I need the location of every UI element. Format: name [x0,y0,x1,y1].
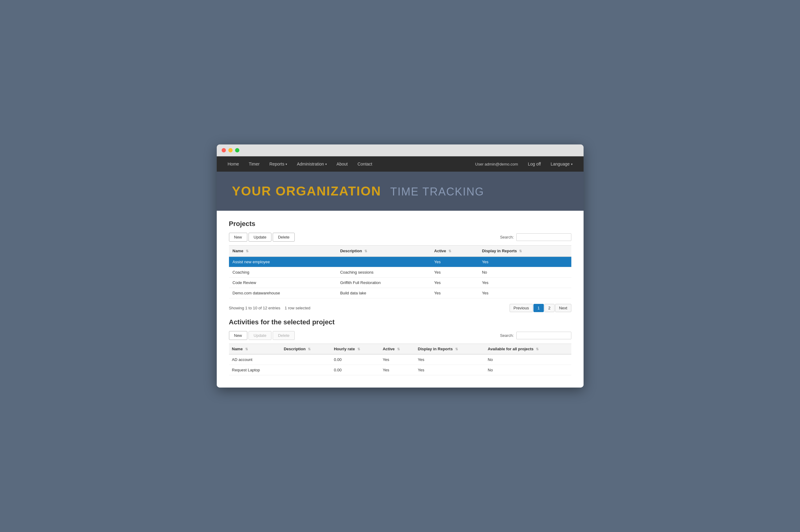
projects-pagination-row: Showing 1 to 10 of 12 entries 1 row sele… [229,301,571,318]
activities-table-body: AD account 0.00 Yes Yes No Request Lapto… [229,354,571,375]
projects-col-name: Name ⇅ [229,246,337,257]
projects-delete-button[interactable]: Delete [273,233,295,242]
activities-new-button[interactable]: New [229,331,247,340]
act-desc-sort-icon[interactable]: ⇅ [308,347,311,351]
name-sort-icon[interactable]: ⇅ [246,249,249,253]
nav-timer[interactable]: Timer [244,156,265,172]
activities-toolbar: New Update Delete Search: [229,331,571,340]
activities-update-button[interactable]: Update [249,331,272,340]
projects-new-button[interactable]: New [229,233,247,242]
table-row[interactable]: Demo.com datawarehouse Build data lake Y… [229,288,571,298]
projects-col-active: Active ⇅ [431,246,478,257]
activities-buttons: New Update Delete [229,331,295,340]
activities-col-hourly-rate: Hourly rate ⇅ [331,344,380,355]
act-rate-sort-icon[interactable]: ⇅ [357,347,360,351]
main-window: Home Timer Reports ▾ Administration ▾ Ab… [217,145,584,387]
table-row[interactable]: Code Review Griffith Full Restoration Ye… [229,278,571,288]
projects-title: Projects [229,220,571,228]
display-sort-icon[interactable]: ⇅ [519,249,522,253]
nav-home[interactable]: Home [223,156,244,172]
activities-header-row: Name ⇅ Description ⇅ Hourly rate ⇅ Act [229,344,571,355]
projects-update-button[interactable]: Update [249,233,272,242]
activities-table-head: Name ⇅ Description ⇅ Hourly rate ⇅ Act [229,344,571,355]
user-label: User admin@demo.com [470,162,523,167]
activities-col-display: Display in Reports ⇅ [415,344,485,355]
act-name-sort-icon[interactable]: ⇅ [245,347,248,351]
nav-reports[interactable]: Reports ▾ [265,156,292,172]
projects-table: Name ⇅ Description ⇅ Active ⇅ Display in… [229,245,571,298]
nav-administration[interactable]: Administration ▾ [292,156,332,172]
hero-banner: YOUR ORGANIZATION TIME TRACKING [217,172,584,211]
table-row[interactable]: Assist new employee Yes Yes [229,256,571,267]
projects-search-input[interactable] [516,233,571,241]
projects-search-label: Search: [500,235,514,240]
projects-header-row: Name ⇅ Description ⇅ Active ⇅ Display in… [229,246,571,257]
maximize-button[interactable] [235,148,239,152]
act-display-sort-icon[interactable]: ⇅ [455,347,458,351]
projects-buttons: New Update Delete [229,233,295,242]
projects-col-display: Display in Reports ⇅ [478,246,571,257]
projects-search: Search: [500,233,571,241]
projects-pagination: Previous 1 2 Next [510,304,571,312]
activities-col-name: Name ⇅ [229,344,281,355]
nav-about[interactable]: About [332,156,353,172]
activities-col-active: Active ⇅ [380,344,415,355]
table-row[interactable]: Coaching Coaching sessions Yes No [229,267,571,278]
activities-table: Name ⇅ Description ⇅ Hourly rate ⇅ Act [229,344,571,375]
language-caret: ▾ [571,163,572,166]
hero-title: YOUR ORGANIZATION TIME TRACKING [232,184,484,198]
description-sort-icon[interactable]: ⇅ [364,249,367,253]
nav-left: Home Timer Reports ▾ Administration ▾ Ab… [223,156,471,172]
nav-language[interactable]: Language ▾ [546,156,577,172]
projects-table-body: Assist new employee Yes Yes Coaching Coa… [229,256,571,298]
activities-col-available: Available for all projects ⇅ [485,344,571,355]
activities-col-description: Description ⇅ [280,344,331,355]
nav-contact[interactable]: Contact [352,156,377,172]
act-active-sort-icon[interactable]: ⇅ [397,347,400,351]
projects-toolbar: New Update Delete Search: [229,233,571,242]
reports-caret: ▾ [286,163,287,166]
act-avail-sort-icon[interactable]: ⇅ [536,347,539,351]
projects-next-button[interactable]: Next [555,304,571,312]
activities-search: Search: [500,332,571,339]
activities-search-input[interactable] [516,332,571,339]
projects-page-1[interactable]: 1 [533,304,544,312]
navbar: Home Timer Reports ▾ Administration ▾ Ab… [217,156,584,172]
minimize-button[interactable] [228,148,233,152]
close-button[interactable] [222,148,226,152]
activities-table-wrapper: Name ⇅ Description ⇅ Hourly rate ⇅ Act [229,344,571,375]
projects-table-head: Name ⇅ Description ⇅ Active ⇅ Display in… [229,246,571,257]
table-row[interactable]: AD account 0.00 Yes Yes No [229,354,571,365]
projects-pagination-info: Showing 1 to 10 of 12 entries 1 row sele… [229,306,311,310]
active-sort-icon[interactable]: ⇅ [449,249,451,253]
administration-caret: ▾ [325,163,327,166]
nav-logoff[interactable]: Log off [523,156,546,172]
activities-search-label: Search: [500,333,514,338]
titlebar [217,145,584,156]
projects-prev-button[interactable]: Previous [510,304,533,312]
table-row[interactable]: Request Laptop 0.00 Yes Yes No [229,365,571,375]
projects-col-description: Description ⇅ [337,246,431,257]
main-content: Projects New Update Delete Search: Name … [217,211,584,387]
activities-title: Activities for the selected project [229,318,571,326]
activities-delete-button[interactable]: Delete [273,331,295,340]
nav-right: User admin@demo.com Log off Language ▾ [470,156,577,172]
projects-page-2[interactable]: 2 [544,304,554,312]
